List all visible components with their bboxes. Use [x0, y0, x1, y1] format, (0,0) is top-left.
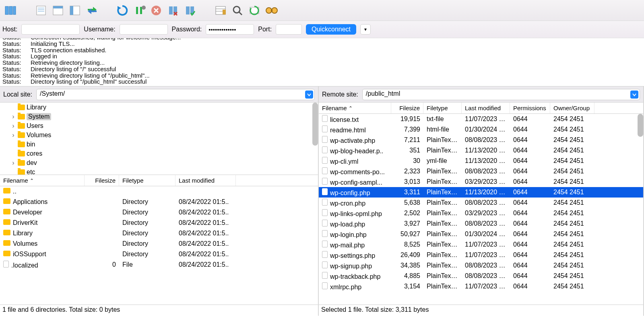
remote-list-header: Filename ⌃ Filesize Filetype Last modifi…	[319, 103, 643, 114]
lastmod: 08/24/2022 01:5..	[175, 261, 236, 268]
list-item[interactable]: wp-activate.php7,211PlainTextT...08/08/2…	[319, 135, 643, 145]
cancel-icon[interactable]	[149, 3, 163, 18]
tree-item[interactable]: ›Users	[0, 121, 318, 130]
processqueue-icon[interactable]	[132, 3, 147, 18]
rcol-perm[interactable]: Permissions	[510, 103, 550, 113]
list-item[interactable]: wp-cron.php5,638PlainTextT...08/08/2023 …	[319, 198, 643, 208]
refresh-icon[interactable]	[115, 3, 130, 18]
list-item[interactable]: wp-config.php3,311PlainTextT...11/13/202…	[319, 187, 643, 198]
quickconnect-button[interactable]: Quickconnect	[306, 24, 356, 35]
list-item[interactable]: wp-signup.php34,385PlainTextT...08/08/20…	[319, 260, 643, 271]
caret-icon[interactable]: ›	[10, 113, 16, 120]
list-item[interactable]: wp-links-opml.php2,502PlainTextT...03/29…	[319, 208, 643, 218]
password-input[interactable]	[206, 24, 254, 35]
tree-label: Volumes	[27, 132, 51, 139]
disconnect-icon[interactable]	[166, 3, 180, 18]
col-filename[interactable]: Filename ⌃	[0, 175, 85, 186]
log-msg: Directory listing of "/" successful	[31, 66, 116, 72]
lastmod: 08/24/2022 01:5..	[175, 240, 236, 247]
tree-item[interactable]: cores	[0, 149, 318, 158]
filesize: 26,409	[391, 251, 423, 259]
col-filetype[interactable]: Filetype	[119, 175, 175, 186]
quickconnect-dropdown[interactable]: ▾	[360, 24, 371, 35]
filename: wp-mail.php	[330, 242, 365, 249]
filter-icon[interactable]	[213, 3, 228, 18]
permissions: 0644	[510, 231, 550, 238]
list-item[interactable]: license.txt19,915txt-file11/07/2023 1...…	[319, 114, 643, 124]
list-item[interactable]: wp-config-sampl...3,013PlainTextT...03/2…	[319, 177, 643, 187]
folder-icon	[3, 230, 10, 235]
list-item[interactable]: DeveloperDirectory08/24/2022 01:5..	[0, 207, 318, 218]
list-item[interactable]: wp-trackback.php4,885PlainTextT...08/08/…	[319, 271, 643, 281]
local-path-input[interactable]: /System/	[36, 89, 315, 100]
list-item[interactable]: .localized0File08/24/2022 01:5..	[0, 259, 318, 270]
svg-point-12	[142, 6, 146, 10]
log-row: Status:Retrieving directory listing...	[2, 60, 642, 66]
message-log[interactable]: Status:Connection established, waiting f…	[0, 38, 644, 86]
list-item[interactable]: wp-comments-po...2,323PlainTextT...08/08…	[319, 166, 643, 177]
sitemanager-icon[interactable]	[3, 3, 18, 18]
list-item[interactable]: wp-mail.php8,525PlainTextT...11/07/2023 …	[319, 239, 643, 250]
tree-label: System	[27, 113, 51, 120]
caret-icon[interactable]: ›	[10, 159, 16, 167]
transfer-icon[interactable]	[85, 3, 99, 18]
rcol-owner[interactable]: Owner/Group	[550, 103, 594, 113]
remote-path-dropdown[interactable]	[630, 91, 638, 99]
host-input[interactable]	[21, 24, 80, 35]
col-lastmod[interactable]: Last modified	[175, 175, 236, 186]
tree-item[interactable]: ›Volumes	[0, 130, 318, 140]
list-item[interactable]: VolumesDirectory08/24/2022 01:5..	[0, 239, 318, 249]
lastmod: 03/29/2023 1...	[462, 178, 510, 185]
file-icon	[322, 136, 328, 143]
list-item[interactable]: wp-cli.yml30yml-file11/13/2020 1...06442…	[319, 156, 643, 166]
remote-path-input[interactable]: /public_html	[362, 89, 640, 100]
folder-icon	[18, 160, 25, 166]
local-tree[interactable]: Library›System›Users›Volumesbincores›dev…	[0, 103, 318, 175]
username-input[interactable]	[120, 24, 168, 35]
list-item[interactable]: LibraryDirectory08/24/2022 01:5..	[0, 228, 318, 239]
reconnect-icon[interactable]	[183, 3, 197, 18]
svg-point-25	[266, 8, 272, 13]
filesize: 351	[391, 147, 423, 154]
list-item[interactable]: DriverKitDirectory08/24/2022 01:5..	[0, 218, 318, 228]
list-item[interactable]: readme.html7,399html-file01/30/2024 1...…	[319, 124, 643, 135]
list-item[interactable]: wp-settings.php26,409PlainTextT...11/07/…	[319, 250, 643, 260]
compare-icon[interactable]	[247, 3, 262, 18]
search-icon[interactable]	[230, 3, 245, 18]
lastmod: 03/29/2023 1...	[462, 210, 510, 217]
tree-item[interactable]: ›System	[0, 112, 318, 121]
local-list[interactable]: ..ApplicationsDirectory08/24/2022 01:5..…	[0, 186, 318, 305]
scrollbar[interactable]	[312, 103, 318, 146]
list-item[interactable]: wp-blog-header.p..351PlainTextT...11/13/…	[319, 145, 643, 156]
list-item[interactable]: iOSSupportDirectory08/24/2022 01:5..	[0, 249, 318, 259]
local-site-label: Local site:	[3, 91, 32, 98]
port-input[interactable]	[276, 24, 302, 35]
rcol-filename[interactable]: Filename ⌃	[319, 103, 391, 113]
list-item[interactable]: xmlrpc.php3,154PlainTextT...11/07/2023 1…	[319, 281, 643, 292]
tree-item[interactable]: etc	[0, 167, 318, 175]
togglequeue-icon[interactable]	[68, 3, 82, 18]
lastmod: 11/07/2023 1...	[462, 115, 510, 123]
tree-item[interactable]: Library	[0, 103, 318, 112]
togglelog-icon[interactable]	[34, 3, 48, 18]
find-icon[interactable]	[264, 3, 279, 18]
col-filesize[interactable]: Filesize	[85, 175, 119, 186]
tree-item[interactable]: ›dev	[0, 158, 318, 167]
rcol-filesize[interactable]: Filesize	[391, 103, 423, 113]
list-item[interactable]: ..	[0, 186, 318, 197]
file-icon	[322, 251, 328, 258]
list-item[interactable]: ApplicationsDirectory08/24/2022 01:5..	[0, 197, 318, 207]
folder-icon	[18, 132, 25, 138]
toggletree-icon[interactable]	[51, 3, 65, 18]
rcol-filetype[interactable]: Filetype	[423, 103, 462, 113]
scrollbar[interactable]	[638, 114, 643, 137]
caret-icon[interactable]: ›	[10, 132, 16, 139]
permissions: 0644	[510, 178, 550, 185]
list-item[interactable]: wp-load.php3,927PlainTextT...08/08/2023 …	[319, 218, 643, 229]
local-path-dropdown[interactable]	[305, 91, 313, 99]
caret-icon[interactable]: ›	[10, 122, 16, 130]
tree-item[interactable]: bin	[0, 140, 318, 149]
rcol-lastmod[interactable]: Last modified	[462, 103, 510, 113]
remote-list[interactable]: license.txt19,915txt-file11/07/2023 1...…	[319, 114, 643, 305]
list-item[interactable]: wp-login.php50,927PlainTextT...01/30/202…	[319, 229, 643, 239]
